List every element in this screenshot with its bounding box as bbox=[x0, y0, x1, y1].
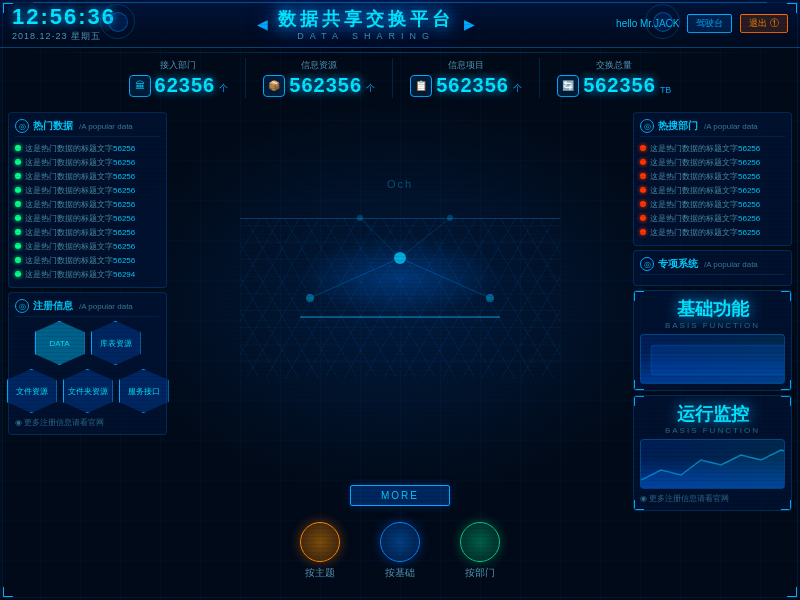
data-network-svg bbox=[230, 158, 570, 378]
list-item[interactable]: 这是热门数据的标题文字 56256 bbox=[640, 225, 785, 239]
list-item[interactable]: 这是热门数据的标题文字 56256 bbox=[15, 211, 160, 225]
basis-function-title: 基础功能 bbox=[640, 297, 785, 321]
right-panel: ◎ 热搜部门 /A popular data 这是热门数据的标题文字 56256… bbox=[625, 108, 800, 600]
list-item[interactable]: 这是热门数据的标题文字 56256 bbox=[15, 239, 160, 253]
list-item[interactable]: 这是热门数据的标题文字 56256 bbox=[15, 155, 160, 169]
notice-icon: ◎ bbox=[15, 299, 29, 313]
dot-green bbox=[15, 145, 21, 151]
svg-point-8 bbox=[447, 215, 453, 221]
notice-title: 注册信息 bbox=[33, 299, 73, 313]
list-item[interactable]: 这是热门数据的标题文字 56256 bbox=[640, 169, 785, 183]
date-display: 2018.12-23 星期五 bbox=[12, 30, 116, 43]
more-button[interactable]: MORE bbox=[350, 485, 450, 506]
next-arrow[interactable]: ▶ bbox=[464, 16, 475, 32]
dot-green bbox=[15, 159, 21, 165]
stat-icon-1: 📦 bbox=[263, 75, 285, 97]
stat-divider-1 bbox=[245, 58, 246, 98]
special-system-icon: ◎ bbox=[640, 257, 654, 271]
list-item[interactable]: 这是热门数据的标题文字 56256 bbox=[640, 197, 785, 211]
list-item[interactable]: 这是热门数据的标题文字 56256 bbox=[15, 197, 160, 211]
hex-data-btn[interactable]: DATA bbox=[35, 321, 85, 365]
dot-green bbox=[15, 173, 21, 179]
notice-subtitle: /A popular data bbox=[79, 302, 133, 311]
stat-unit-2: 个 bbox=[513, 82, 522, 95]
list-item[interactable]: 这是热门数据的标题文字 56256 bbox=[15, 183, 160, 197]
list-item[interactable]: 这是热门数据的标题文字 56256 bbox=[640, 183, 785, 197]
btn-theme[interactable]: 按主题 bbox=[300, 522, 340, 580]
center-panel: Och MORE 按主题 按基础 按部门 bbox=[175, 108, 625, 600]
dot-red bbox=[640, 187, 646, 193]
header: 12:56:36 2018.12-23 星期五 ◀ 数据共享交换平台 DATA … bbox=[0, 0, 800, 48]
main-area: ◎ 热门数据 /A popular data 这是热门数据的标题文字 56256… bbox=[0, 108, 800, 600]
app-subtitle: DATA SHARING bbox=[297, 31, 435, 41]
header-right: hello Mr.JACK 驾驶台 退出 ① bbox=[616, 14, 788, 33]
svg-line-1 bbox=[400, 258, 490, 298]
special-system-title: 专项系统 bbox=[658, 257, 698, 271]
stat-value-2: 562356 bbox=[436, 74, 509, 97]
stat-unit-0: 个 bbox=[219, 82, 228, 95]
notice-header: ◎ 注册信息 /A popular data bbox=[15, 299, 160, 317]
btn-basic[interactable]: 按基础 bbox=[380, 522, 420, 580]
dot-green bbox=[15, 243, 21, 249]
dot-red bbox=[640, 229, 646, 235]
svg-point-7 bbox=[357, 215, 363, 221]
dot-green bbox=[15, 229, 21, 235]
hot-dept-icon: ◎ bbox=[640, 119, 654, 133]
monitor-block[interactable]: 运行监控 BASIS FUNCTION ◉ 更多注册信息请看官网 bbox=[633, 395, 792, 511]
hot-data-title: 热门数据 bbox=[33, 119, 73, 133]
dot-green bbox=[15, 257, 21, 263]
stat-exchange-total: 交换总量 🔄 562356 TB bbox=[557, 59, 671, 97]
stat-label-0: 接入部门 bbox=[160, 59, 196, 72]
hot-data-subtitle: /A popular data bbox=[79, 122, 133, 131]
stat-label-1: 信息资源 bbox=[301, 59, 337, 72]
stat-info-resource: 信息资源 📦 562356 个 bbox=[263, 59, 375, 97]
list-item[interactable]: 这是热门数据的标题文字 56256 bbox=[640, 155, 785, 169]
stat-icon-0: 🏛 bbox=[129, 75, 151, 97]
monitor-chart-svg bbox=[641, 440, 784, 488]
dot-green bbox=[15, 201, 21, 207]
btn-dept-circle bbox=[460, 522, 500, 562]
list-item[interactable]: 这是热门数据的标题文字 56256 bbox=[15, 141, 160, 155]
btn-basic-circle bbox=[380, 522, 420, 562]
list-item[interactable]: 这是热门数据的标题文字 56256 bbox=[15, 253, 160, 267]
exit-btn[interactable]: 退出 ① bbox=[740, 14, 788, 33]
dot-green bbox=[15, 187, 21, 193]
list-item[interactable]: 这是热门数据的标题文字 56256 bbox=[640, 211, 785, 225]
stat-info-project: 信息项目 📋 562356 个 bbox=[410, 59, 522, 97]
hex-row-1: DATA 库表资源 bbox=[35, 321, 141, 365]
svg-point-6 bbox=[486, 294, 494, 302]
left-footer-link[interactable]: ◉ 更多注册信息请看官网 bbox=[15, 417, 160, 428]
notice-section: ◎ 注册信息 /A popular data DATA 库表资源 文件资源 文件… bbox=[8, 292, 167, 435]
list-item[interactable]: 这是热门数据的标题文字 56256 bbox=[15, 169, 160, 183]
right-footer-link[interactable]: ◉ 更多注册信息请看官网 bbox=[640, 493, 785, 504]
list-item[interactable]: 这是热门数据的标题文字 56294 bbox=[15, 267, 160, 281]
btn-basic-label: 按基础 bbox=[385, 566, 415, 580]
prev-arrow[interactable]: ◀ bbox=[257, 16, 268, 32]
hex-folder-btn[interactable]: 文件夹资源 bbox=[63, 369, 113, 413]
btn-dept[interactable]: 按部门 bbox=[460, 522, 500, 580]
special-system-section: ◎ 专项系统 /A popular data bbox=[633, 250, 792, 286]
stat-unit-1: 个 bbox=[366, 82, 375, 95]
btn-dept-label: 按部门 bbox=[465, 566, 495, 580]
stat-access-dept: 接入部门 🏛 62356 个 bbox=[129, 59, 229, 97]
monitor-image bbox=[640, 439, 785, 489]
basis-function-block[interactable]: 基础功能 BASIS FUNCTION bbox=[633, 290, 792, 391]
app-title: 数据共享交换平台 bbox=[278, 7, 454, 31]
hot-dept-header: ◎ 热搜部门 /A popular data bbox=[640, 119, 785, 137]
stat-divider-3 bbox=[539, 58, 540, 98]
hex-library-btn[interactable]: 库表资源 bbox=[91, 321, 141, 365]
stat-unit-3: TB bbox=[660, 85, 672, 95]
stat-value-0: 62356 bbox=[155, 74, 216, 97]
list-item[interactable]: 这是热门数据的标题文字 56256 bbox=[640, 141, 785, 155]
hex-service-btn[interactable]: 服务接口 bbox=[119, 369, 169, 413]
center-label: Och bbox=[387, 178, 413, 190]
control-btn[interactable]: 驾驶台 bbox=[687, 14, 732, 33]
left-panel: ◎ 热门数据 /A popular data 这是热门数据的标题文字 56256… bbox=[0, 108, 175, 600]
dot-green bbox=[15, 271, 21, 277]
basis-chart-svg bbox=[641, 335, 784, 383]
basis-function-subtitle: BASIS FUNCTION bbox=[640, 321, 785, 330]
list-item[interactable]: 这是热门数据的标题文字 56256 bbox=[15, 225, 160, 239]
hot-data-section: ◎ 热门数据 /A popular data 这是热门数据的标题文字 56256… bbox=[8, 112, 167, 288]
monitor-subtitle: BASIS FUNCTION bbox=[640, 426, 785, 435]
hex-file-btn[interactable]: 文件资源 bbox=[7, 369, 57, 413]
